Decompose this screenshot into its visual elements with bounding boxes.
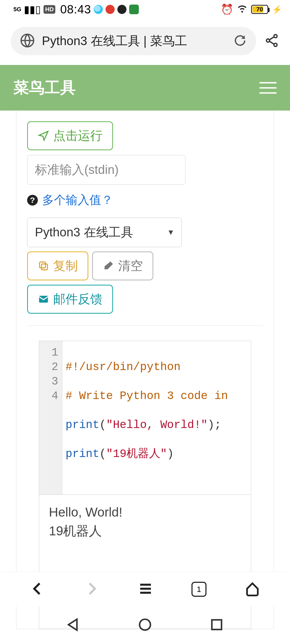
url-field[interactable]: Python3 在线工具 | 菜鸟工 xyxy=(11,27,256,55)
paper-plane-icon xyxy=(38,130,49,142)
run-button[interactable]: 点击运行 xyxy=(27,121,113,150)
help-icon[interactable]: ? xyxy=(27,195,38,206)
browser-url-bar: Python3 在线工具 | 菜鸟工 xyxy=(0,19,290,65)
clear-button[interactable]: 清空 xyxy=(92,251,153,280)
mail-icon xyxy=(38,293,49,305)
browser-menu-button[interactable] xyxy=(137,581,154,598)
stdin-placeholder: 标准输入(stdin) xyxy=(35,162,119,178)
battery-icon: 70 xyxy=(251,5,268,14)
android-nav-bar xyxy=(0,606,290,644)
feedback-label: 邮件反馈 xyxy=(53,291,103,308)
status-bar: 5G ▮▮▯ HD 08:43 ⏰ 70 ⚡ xyxy=(0,0,290,19)
network-indicator: 5G xyxy=(13,6,21,13)
svg-rect-4 xyxy=(42,264,48,270)
browser-bottom-bar: 1 xyxy=(0,572,290,606)
app-notif-1-icon xyxy=(94,5,103,14)
language-select[interactable]: Python3 在线工具 xyxy=(27,218,182,247)
hd-badge: HD xyxy=(44,5,55,14)
run-label: 点击运行 xyxy=(53,127,103,144)
code-content[interactable]: #!/usr/bin/python # Write Python 3 code … xyxy=(62,341,238,495)
reload-icon[interactable] xyxy=(233,34,247,49)
back-button[interactable] xyxy=(30,581,46,598)
tool-panel: 点击运行 标准输入(stdin) ? 多个输入值？ Python3 在线工具 复… xyxy=(16,111,274,629)
stdin-input[interactable]: 标准输入(stdin) xyxy=(27,155,186,185)
site-header: 菜鸟工具 xyxy=(0,65,290,111)
app-notif-3-icon xyxy=(117,5,126,14)
line-gutter: 1 2 3 4 xyxy=(39,341,62,495)
output-line: 19机器人 xyxy=(49,522,241,540)
app-notif-4-icon xyxy=(129,5,139,14)
clock: 08:43 xyxy=(60,3,91,16)
page-title: Python3 在线工具 | 菜鸟工 xyxy=(42,33,226,49)
app-notif-2-icon xyxy=(106,5,115,14)
svg-point-7 xyxy=(140,619,151,630)
multi-input-help-link[interactable]: 多个输入值？ xyxy=(42,192,113,208)
menu-icon[interactable] xyxy=(259,82,277,94)
charging-icon: ⚡ xyxy=(272,5,282,14)
output-line: Hello, World! xyxy=(49,503,241,522)
android-back-icon[interactable] xyxy=(66,617,81,633)
language-select-value: Python3 在线工具 xyxy=(35,224,133,241)
alarm-icon: ⏰ xyxy=(221,3,233,15)
tabs-button[interactable]: 1 xyxy=(191,582,206,597)
globe-icon xyxy=(20,33,35,49)
copy-label: 复制 xyxy=(53,258,78,274)
share-icon[interactable] xyxy=(264,33,279,49)
site-title[interactable]: 菜鸟工具 xyxy=(13,77,76,98)
clear-label: 清空 xyxy=(118,258,143,274)
svg-rect-5 xyxy=(39,262,45,268)
signal-bars-icon: ▮▮▯ xyxy=(24,3,41,15)
copy-button[interactable]: 复制 xyxy=(27,251,88,280)
eraser-icon xyxy=(103,260,114,272)
copy-icon xyxy=(38,260,49,272)
svg-rect-8 xyxy=(212,620,222,630)
feedback-button[interactable]: 邮件反馈 xyxy=(27,285,113,314)
tab-count: 1 xyxy=(197,585,201,594)
android-recents-icon[interactable] xyxy=(209,617,224,633)
home-button[interactable] xyxy=(244,581,260,598)
forward-button[interactable] xyxy=(84,581,100,598)
code-editor[interactable]: 1 2 3 4 #!/usr/bin/python # Write Python… xyxy=(39,341,251,495)
wifi-icon xyxy=(237,3,247,16)
android-home-icon[interactable] xyxy=(138,617,152,633)
